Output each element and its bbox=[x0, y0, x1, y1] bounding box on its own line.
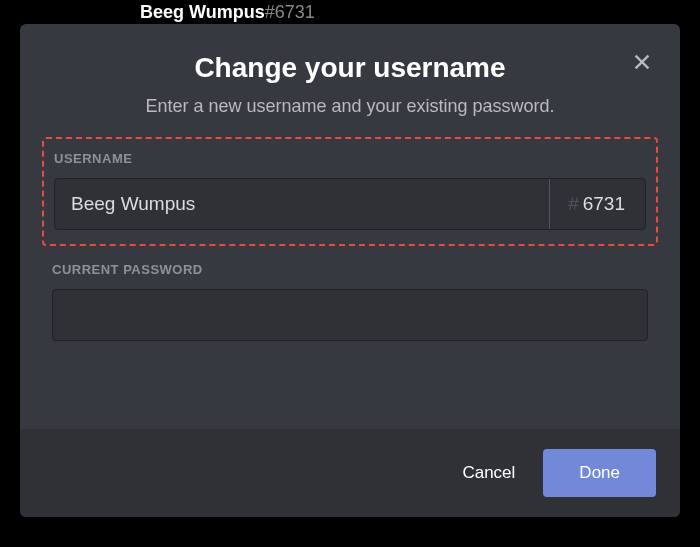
username-field-row: # 6731 bbox=[54, 178, 646, 230]
password-section: CURRENT PASSWORD bbox=[42, 256, 658, 341]
modal-title: Change your username bbox=[44, 52, 656, 84]
username-highlight-box: USERNAME # 6731 bbox=[42, 137, 658, 246]
modal-footer: Cancel Done bbox=[20, 429, 680, 517]
password-input[interactable] bbox=[52, 289, 648, 341]
password-label: CURRENT PASSWORD bbox=[52, 262, 648, 277]
background-username-text: Beeg Wumpus bbox=[140, 2, 265, 22]
discriminator-value: 6731 bbox=[583, 193, 625, 215]
background-tag-text: #6731 bbox=[265, 2, 315, 22]
modal-header: Change your username Enter a new usernam… bbox=[20, 24, 680, 137]
username-input[interactable] bbox=[55, 179, 549, 229]
background-username-hint: Beeg Wumpus#6731 bbox=[140, 0, 315, 25]
change-username-modal: Change your username Enter a new usernam… bbox=[20, 24, 680, 517]
modal-subtitle: Enter a new username and your existing p… bbox=[44, 96, 656, 117]
hash-symbol: # bbox=[568, 193, 579, 215]
close-icon bbox=[631, 51, 653, 73]
username-label: USERNAME bbox=[54, 151, 646, 166]
modal-body: USERNAME # 6731 CURRENT PASSWORD bbox=[20, 137, 680, 429]
close-button[interactable] bbox=[626, 46, 658, 78]
cancel-button[interactable]: Cancel bbox=[442, 451, 535, 495]
discriminator-box: # 6731 bbox=[549, 179, 645, 229]
done-button[interactable]: Done bbox=[543, 449, 656, 497]
